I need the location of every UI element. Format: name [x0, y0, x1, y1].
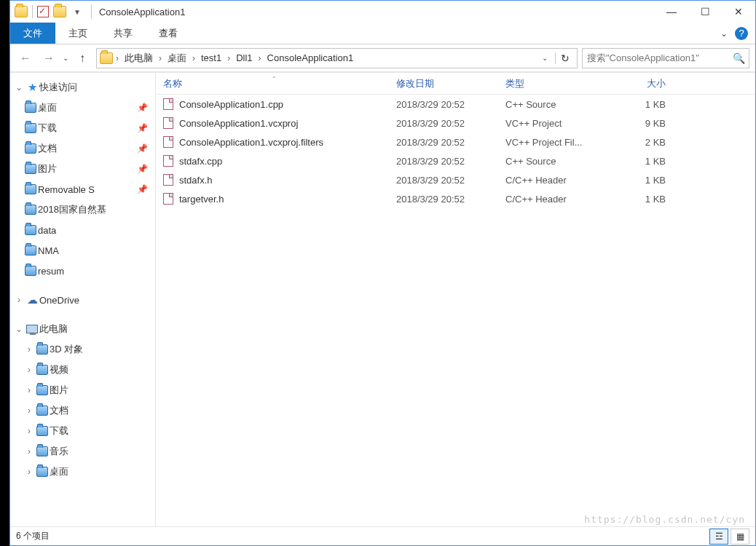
tree-item[interactable]: 图片📌 [10, 159, 155, 179]
tree-item[interactable]: 桌面📌 [10, 98, 155, 118]
quick-access-toolbar: ▼ [10, 5, 84, 18]
tree-item[interactable]: NMA [10, 240, 155, 261]
tree-quick-access[interactable]: ⌄ ★ 快速访问 [10, 77, 155, 98]
chevron-right-icon[interactable]: › [159, 53, 162, 63]
file-size: 1 KB [607, 175, 673, 186]
file-row[interactable]: ConsoleApplication1.vcxproj2018/3/29 20:… [156, 114, 755, 132]
chevron-right-icon[interactable]: › [192, 53, 195, 63]
forward-button[interactable]: → [39, 49, 58, 68]
tree-item[interactable]: ›文档 [10, 400, 155, 421]
thumbnails-view-button[interactable]: ▦ [731, 529, 749, 545]
file-row[interactable]: stdafx.h2018/3/29 20:52C/C++ Header1 KB [156, 170, 755, 189]
file-tab[interactable]: 文件 [10, 23, 55, 44]
search-input[interactable] [583, 52, 728, 63]
file-type: VC++ Project Fil... [498, 137, 607, 148]
folder-icon [25, 225, 36, 235]
breadcrumb[interactable]: test1 [198, 52, 224, 63]
tree-item[interactable]: ›下载 [10, 421, 155, 441]
chevron-right-icon[interactable]: › [116, 53, 119, 63]
column-size[interactable]: 大小 [607, 77, 673, 90]
search-box[interactable]: 🔍 [582, 48, 749, 68]
tree-item[interactable]: ›视频 [10, 360, 155, 380]
breadcrumb[interactable]: ConsoleApplication1 [264, 52, 357, 63]
help-icon[interactable]: ? [735, 27, 748, 40]
tree-label: 桌面 [50, 465, 68, 478]
chevron-down-icon[interactable]: ⌄ [13, 82, 25, 92]
address-bar[interactable]: › 此电脑 › 桌面 › test1 › Dll1 › ConsoleAppli… [96, 48, 578, 68]
properties-icon[interactable] [37, 6, 49, 17]
folder-icon [25, 184, 36, 194]
tree-item[interactable]: ›桌面 [10, 462, 155, 482]
tab-home[interactable]: 主页 [55, 23, 101, 44]
tree-onedrive[interactable]: › ☁ OneDrive [10, 290, 155, 310]
file-size: 1 KB [607, 99, 673, 110]
folder-icon [36, 467, 48, 477]
file-name: ConsoleApplication1.vcxproj [179, 118, 298, 129]
tree-item[interactable]: resum [10, 261, 155, 281]
column-name[interactable]: ˄名称 [156, 77, 389, 90]
folder-icon [25, 205, 36, 215]
tree-item[interactable]: ›3D 对象 [10, 339, 155, 360]
chevron-right-icon[interactable]: › [23, 446, 35, 456]
navigation-pane[interactable]: ⌄ ★ 快速访问 桌面📌下载📌文档📌图片📌Removable S📌2018国家自… [10, 73, 156, 526]
tree-item[interactable]: 文档📌 [10, 138, 155, 159]
tree-label: 音乐 [50, 445, 68, 458]
tree-item[interactable]: ›音乐 [10, 441, 155, 462]
tree-item[interactable]: Removable S📌 [10, 179, 155, 199]
window-title: ConsoleApplication1 [99, 7, 186, 17]
details-view-button[interactable]: ☲ [709, 529, 728, 545]
file-row[interactable]: targetver.h2018/3/29 20:52C/C++ Header1 … [156, 189, 755, 208]
chevron-down-icon[interactable]: ⌄ [13, 324, 25, 334]
search-icon[interactable]: 🔍 [728, 52, 749, 64]
maximize-button[interactable]: ☐ [688, 1, 722, 23]
ribbon-expand-icon[interactable]: ⌄ [720, 28, 728, 39]
new-folder-icon[interactable] [53, 6, 66, 17]
folder-icon[interactable] [15, 6, 28, 17]
folder-icon [25, 266, 36, 276]
tab-share[interactable]: 共享 [101, 23, 146, 44]
chevron-right-icon[interactable]: › [23, 426, 35, 436]
navigation-bar: ← → ⌄ ↑ › 此电脑 › 桌面 › test1 › Dll1 › Cons… [10, 44, 755, 72]
file-name: stdafx.h [179, 175, 213, 186]
tree-item[interactable]: 2018国家自然基 [10, 199, 155, 220]
chevron-right-icon[interactable]: › [23, 385, 35, 395]
file-list[interactable]: ConsoleApplication1.cpp2018/3/29 20:52C+… [156, 95, 755, 526]
folder-icon [36, 385, 48, 395]
up-button[interactable]: ↑ [73, 49, 92, 68]
chevron-right-icon[interactable]: › [23, 365, 35, 375]
file-icon [163, 98, 173, 110]
close-button[interactable]: ✕ [722, 1, 755, 23]
breadcrumb[interactable]: 桌面 [165, 52, 189, 65]
history-dropdown-icon[interactable]: ⌄ [63, 54, 68, 62]
chevron-right-icon[interactable]: › [23, 405, 35, 416]
refresh-button[interactable]: ↻ [555, 52, 574, 64]
chevron-right-icon[interactable]: › [23, 467, 35, 477]
tree-this-pc[interactable]: ⌄ 此电脑 [10, 319, 155, 339]
chevron-right-icon[interactable]: › [227, 53, 230, 63]
tree-item[interactable]: data [10, 220, 155, 240]
chevron-right-icon[interactable]: › [23, 344, 35, 355]
tree-label: resum [38, 266, 64, 277]
address-dropdown-icon[interactable]: ⌄ [542, 54, 552, 62]
folder-icon [36, 344, 48, 355]
file-row[interactable]: ConsoleApplication1.cpp2018/3/29 20:52C+… [156, 95, 755, 114]
qat-dropdown-icon[interactable]: ▼ [71, 8, 84, 16]
tab-view[interactable]: 查看 [146, 23, 191, 44]
chevron-right-icon[interactable]: › [259, 53, 261, 63]
back-button[interactable]: ← [16, 49, 35, 68]
file-row[interactable]: stdafx.cpp2018/3/29 20:52C++ Source1 KB [156, 151, 755, 170]
chevron-right-icon[interactable]: › [13, 295, 25, 305]
minimize-button[interactable]: — [655, 1, 688, 23]
status-bar: 6 个项目 ☲ ▦ [10, 526, 755, 545]
column-type[interactable]: 类型 [498, 77, 607, 90]
tree-item[interactable]: ›图片 [10, 380, 155, 400]
file-size: 2 KB [607, 137, 673, 148]
file-row[interactable]: ConsoleApplication1.vcxproj.filters2018/… [156, 132, 755, 151]
column-modified[interactable]: 修改日期 [389, 77, 498, 90]
pin-icon: 📌 [137, 184, 148, 194]
breadcrumb[interactable]: Dll1 [233, 52, 255, 63]
tree-label: 快速访问 [39, 81, 77, 94]
tree-label: 下载 [38, 122, 57, 135]
tree-item[interactable]: 下载📌 [10, 118, 155, 138]
breadcrumb[interactable]: 此电脑 [122, 52, 156, 65]
